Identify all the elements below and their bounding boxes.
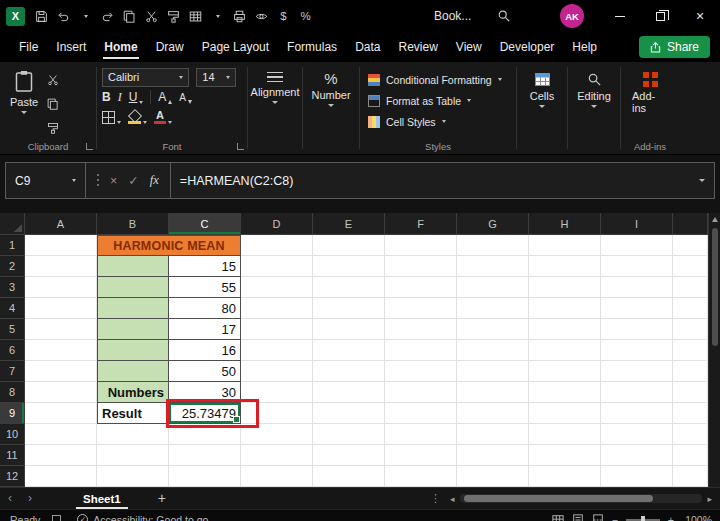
cell-G6[interactable] (457, 340, 529, 361)
copy-icon[interactable] (47, 96, 59, 114)
column-header-E[interactable]: E (313, 213, 385, 235)
cell-C7[interactable]: 50 (169, 361, 241, 382)
page-break-view-button[interactable] (592, 514, 604, 521)
zoom-percentage[interactable]: 100% (682, 514, 712, 521)
format-painter-icon[interactable] (163, 4, 184, 28)
alignment-button[interactable]: Alignment (253, 69, 297, 104)
account-avatar[interactable]: AK (560, 4, 584, 28)
cell-H10[interactable] (529, 424, 601, 445)
excel-app-icon[interactable]: X (6, 7, 25, 26)
cut-icon[interactable] (47, 72, 59, 90)
cell-A6[interactable] (25, 340, 97, 361)
underline-button[interactable]: U (129, 91, 144, 104)
column-header-partial[interactable] (673, 213, 708, 235)
qat-overflow-chevron-icon[interactable] (207, 4, 228, 28)
column-header-D[interactable]: D (241, 213, 313, 235)
cell-G2[interactable] (457, 256, 529, 277)
table-icon[interactable] (185, 4, 206, 28)
cell-I2[interactable] (601, 256, 673, 277)
cell-D4[interactable] (241, 298, 313, 319)
editing-button[interactable]: Editing (573, 69, 615, 108)
cell-A4[interactable] (25, 298, 97, 319)
cell-B7[interactable] (97, 361, 169, 382)
cell-D7[interactable] (241, 361, 313, 382)
cell-E3[interactable] (313, 277, 385, 298)
cell-D11[interactable] (241, 445, 313, 466)
menu-tab-insert[interactable]: Insert (47, 32, 95, 62)
cell-E7[interactable] (313, 361, 385, 382)
cell-G5[interactable] (457, 319, 529, 340)
macro-record-icon[interactable] (52, 515, 61, 521)
row-header-3[interactable]: 3 (0, 277, 25, 298)
scroll-left-arrow-icon[interactable]: ◂ (450, 494, 455, 504)
cell-A1[interactable] (25, 235, 97, 256)
cell-F1[interactable] (385, 235, 457, 256)
cell-I7[interactable] (601, 361, 673, 382)
fill-color-button[interactable] (128, 111, 147, 124)
addins-button[interactable]: Add-ins (626, 69, 674, 114)
zoom-slider[interactable] (626, 519, 660, 521)
accessibility-status[interactable]: ✓ Accessibility: Good to go (77, 514, 208, 521)
cell-C5[interactable]: 17 (169, 319, 241, 340)
paste-button[interactable]: Paste (5, 69, 43, 138)
cell-D2[interactable] (241, 256, 313, 277)
cell-partial-row-7[interactable] (673, 361, 708, 382)
sheet-tab-sheet1[interactable]: Sheet1 (70, 488, 134, 509)
cell-C10[interactable] (169, 424, 241, 445)
cell-styles-button[interactable]: Cell Styles (365, 112, 511, 131)
menu-tab-draw[interactable]: Draw (147, 32, 193, 62)
cell-I3[interactable] (601, 277, 673, 298)
menu-tab-help[interactable]: Help (563, 32, 606, 62)
font-color-button[interactable]: A (154, 110, 172, 124)
cell-A7[interactable] (25, 361, 97, 382)
zoom-slider-thumb[interactable] (641, 516, 645, 521)
zoom-in-button[interactable]: + (668, 514, 674, 521)
cell-E9[interactable] (313, 403, 385, 424)
minimize-button[interactable] (600, 0, 640, 32)
cell-partial-row-12[interactable] (673, 466, 708, 487)
italic-button[interactable]: I (118, 91, 122, 104)
cell-F4[interactable] (385, 298, 457, 319)
column-header-F[interactable]: F (385, 213, 457, 235)
printer-icon[interactable] (229, 4, 250, 28)
cell-partial-row-2[interactable] (673, 256, 708, 277)
name-box[interactable]: C9 (6, 163, 86, 198)
cell-I9[interactable] (601, 403, 673, 424)
cell-E8[interactable] (313, 382, 385, 403)
cell-E11[interactable] (313, 445, 385, 466)
row-header-10[interactable]: 10 (0, 424, 25, 445)
redo-icon[interactable] (97, 4, 118, 28)
cell-I4[interactable] (601, 298, 673, 319)
undo-icon[interactable] (53, 4, 74, 28)
cell-B9[interactable]: Result (97, 403, 169, 424)
cell-E1[interactable] (313, 235, 385, 256)
cell-H9[interactable] (529, 403, 601, 424)
cell-H12[interactable] (529, 466, 601, 487)
row-header-2[interactable]: 2 (0, 256, 25, 277)
font-dialog-launcher-icon[interactable] (237, 143, 244, 150)
vertical-scrollbar-thumb[interactable] (712, 228, 718, 346)
column-header-A[interactable]: A (25, 213, 97, 235)
font-size-select[interactable]: 14 (196, 68, 236, 87)
row-header-8[interactable]: 8 (0, 382, 25, 403)
menu-tab-data[interactable]: Data (346, 32, 389, 62)
cell-H1[interactable] (529, 235, 601, 256)
cell-A10[interactable] (25, 424, 97, 445)
save-icon[interactable] (31, 4, 52, 28)
cancel-button[interactable]: × (110, 174, 117, 188)
cell-C4[interactable]: 80 (169, 298, 241, 319)
page-layout-view-button[interactable] (572, 514, 584, 521)
cell-H4[interactable] (529, 298, 601, 319)
row-header-6[interactable]: 6 (0, 340, 25, 361)
cell-A11[interactable] (25, 445, 97, 466)
cell-partial-row-11[interactable] (673, 445, 708, 466)
cell-C6[interactable]: 16 (169, 340, 241, 361)
column-header-I[interactable]: I (601, 213, 673, 235)
new-sheet-button[interactable]: + (158, 488, 166, 509)
menu-tab-file[interactable]: File (10, 32, 47, 62)
cell-partial-row-8[interactable] (673, 382, 708, 403)
cell-D10[interactable] (241, 424, 313, 445)
cell-partial-row-3[interactable] (673, 277, 708, 298)
cell-G4[interactable] (457, 298, 529, 319)
cell-C8[interactable]: 30 (169, 382, 241, 403)
